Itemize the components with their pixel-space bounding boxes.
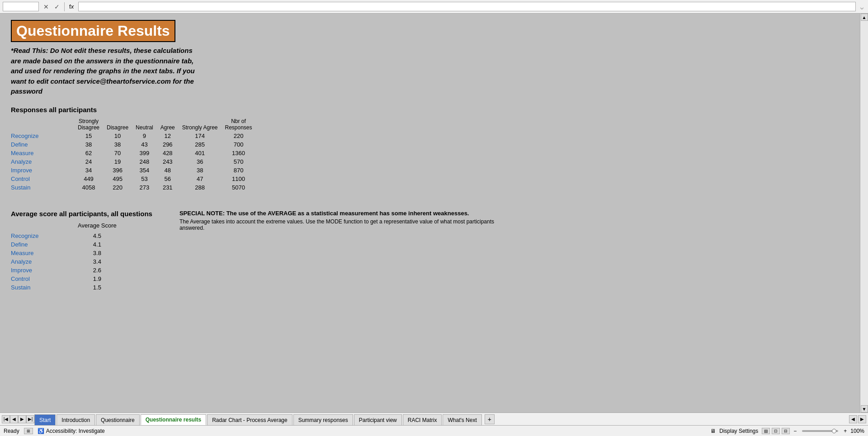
row-label: Control (11, 175, 74, 183)
cell-value: 174 (179, 132, 222, 140)
tab-raci-matrix[interactable]: RACI Matrix (403, 414, 442, 425)
tab-introduction[interactable]: Introduction (57, 414, 95, 425)
scroll-down-button[interactable]: ▼ (861, 405, 868, 412)
row-label: Measure (11, 249, 74, 257)
cell-value: 870 (222, 166, 256, 175)
table-row: Improve2.6 (11, 266, 120, 275)
avg-value: 1.9 (74, 275, 120, 283)
cell-value: 38 (74, 140, 103, 149)
cell-value: 570 (222, 157, 256, 166)
cell-value: 354 (132, 166, 157, 175)
page-break-icon[interactable]: ⊟ (782, 428, 790, 434)
col-header-nbr-responses: Nbr ofResponses (222, 117, 256, 132)
table-row: Measure3.8 (11, 249, 120, 257)
row-label: Improve (11, 166, 74, 175)
tab-scroll-right[interactable]: ▶ (858, 415, 866, 423)
cell-value: 1360 (222, 149, 256, 157)
tab-start[interactable]: Start (34, 414, 56, 425)
table-row: Measure62703994284011360 (11, 149, 256, 157)
cell-value: 36 (179, 157, 222, 166)
col-header-disagree: Disagree (103, 117, 132, 132)
tab-participant-view[interactable]: Participant view (354, 414, 402, 425)
tab-questionnaire[interactable]: Questionnaire (96, 414, 140, 425)
col-header-strongly-agree: Strongly Agree (179, 117, 222, 132)
cell-value: 15 (74, 132, 103, 140)
cell-value: 47 (179, 175, 222, 183)
cell-value: 220 (222, 132, 256, 140)
cell-value: 19 (103, 157, 132, 166)
cell-value: 428 (157, 149, 179, 157)
normal-view-icon[interactable]: ▤ (762, 428, 770, 434)
add-sheet-button[interactable]: + (485, 414, 495, 424)
zoom-out-icon[interactable]: − (793, 428, 797, 434)
tab-nav-prev[interactable]: ◀ (10, 415, 18, 423)
tab-nav-next[interactable]: ▶ (18, 415, 26, 423)
responses-section: Responses all participants StronglyDisag… (11, 106, 849, 192)
row-label: Define (11, 140, 74, 149)
cancel-icon[interactable]: ✕ (42, 2, 51, 11)
cell-value: 38 (179, 166, 222, 175)
formula-input[interactable]: Questionnaire Results (78, 2, 856, 11)
cell-value: 38 (103, 140, 132, 149)
page-layout-icon[interactable]: ⊡ (772, 428, 780, 434)
scroll-track[interactable] (860, 21, 868, 405)
table-row: Analyze3.4 (11, 257, 120, 266)
confirm-icon[interactable]: ✓ (52, 2, 61, 11)
cell-value: 495 (103, 175, 132, 183)
row-label: Analyze (11, 157, 74, 166)
row-label: Improve (11, 266, 74, 275)
vertical-scrollbar[interactable]: ▲ ▼ (860, 14, 868, 412)
row-label: Analyze (11, 257, 74, 266)
view-mode-icon[interactable]: ⊞ (24, 428, 33, 434)
cell-value: 273 (132, 183, 157, 192)
fx-label: fx (67, 3, 75, 10)
responses-label: Responses all participants (11, 106, 849, 114)
tab-radar-chart[interactable]: Radar Chart - Process Average (207, 414, 292, 425)
warning-text: *Read This: Do Not edit these results, t… (11, 46, 201, 97)
table-row: Recognize1510912174220 (11, 132, 256, 140)
table-row: Sustain1.5 (11, 283, 120, 292)
cell-value: 70 (103, 149, 132, 157)
cell-value: 243 (157, 157, 179, 166)
tab-scroll-left[interactable]: ◀ (849, 415, 857, 423)
cell-value: 43 (132, 140, 157, 149)
table-row: Sustain40582202732312885070 (11, 183, 256, 192)
scroll-up-button[interactable]: ▲ (861, 14, 868, 21)
bottom-area: |◀ ◀ ▶ ▶| StartIntroductionQuestionnaire… (0, 412, 868, 436)
zoom-slider[interactable] (802, 430, 838, 432)
tab-whats-next[interactable]: What's Next (443, 414, 481, 425)
average-left: Average score all participants, all ques… (11, 210, 152, 292)
zoom-thumb (832, 429, 836, 433)
page-title: Questionnaire Results (16, 23, 170, 39)
main-area: Questionnaire Results *Read This: Do Not… (0, 14, 868, 412)
col-header-agree: Agree (157, 117, 179, 132)
cell-value: 5070 (222, 183, 256, 192)
average-table: Average Score Recognize4.5Define4.1Measu… (11, 221, 120, 292)
avg-value: 2.6 (74, 266, 120, 275)
tab-right-nav: ◀ ▶ (849, 415, 866, 423)
cell-value: 220 (103, 183, 132, 192)
row-label: Control (11, 275, 74, 283)
zoom-in-icon[interactable]: + (844, 428, 847, 434)
avg-value: 3.8 (74, 249, 120, 257)
tab-summary-responses[interactable]: Summary responses (293, 414, 353, 425)
avg-value: 3.4 (74, 257, 120, 266)
accessibility-icon: ♿ (38, 428, 44, 434)
display-settings-label: Display Settings (719, 428, 758, 434)
cell-value: 1100 (222, 175, 256, 183)
cell-value: 288 (179, 183, 222, 192)
cell-value: 56 (157, 175, 179, 183)
cell-value: 24 (74, 157, 103, 166)
table-row: Control1.9 (11, 275, 120, 283)
formula-bar: A1 ✕ ✓ fx Questionnaire Results ⌄ (0, 0, 868, 14)
cell-reference[interactable]: A1 (3, 2, 39, 11)
avg-value: 4.1 (74, 240, 120, 249)
row-label: Define (11, 240, 74, 249)
view-icons: ▤ ⊡ ⊟ (762, 428, 790, 434)
status-bar: Ready ⊞ ♿ Accessibility: Investigate 🖥 D… (0, 425, 868, 436)
table-row: Improve343963544838870 (11, 166, 256, 175)
tab-nav-first[interactable]: |◀ (2, 415, 10, 423)
tab-nav-last[interactable]: ▶| (26, 415, 34, 423)
expand-formula-icon[interactable]: ⌄ (859, 2, 865, 12)
tab-questionnaire-results[interactable]: Questionnaire results (141, 414, 206, 425)
